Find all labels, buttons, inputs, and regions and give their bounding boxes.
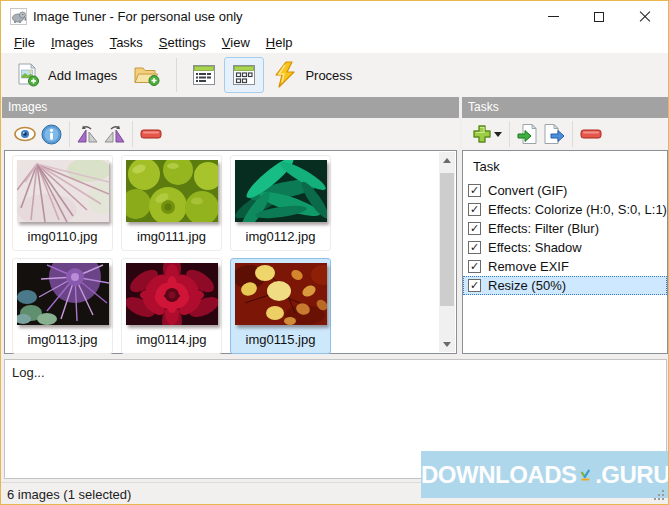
export-icon: [543, 123, 565, 145]
checkbox-checked[interactable]: ✓: [468, 222, 481, 235]
info-button[interactable]: [38, 122, 64, 146]
thumbnail-img0114[interactable]: img0114.jpg: [121, 258, 222, 354]
title-bar: Image Tuner - For personal use only: [1, 1, 668, 32]
task-row-remove-exif[interactable]: ✓ Remove EXIF: [463, 257, 667, 276]
close-icon: [639, 11, 651, 23]
window-title: Image Tuner - For personal use only: [33, 9, 243, 24]
eye-icon: [14, 126, 36, 142]
process-button[interactable]: Process: [264, 55, 360, 95]
task-row-shadow[interactable]: ✓ Effects: Shadow: [463, 238, 667, 257]
scroll-down-icon[interactable]: [439, 336, 455, 352]
resize-grip[interactable]: [653, 489, 665, 501]
thumbnail-label: img0110.jpg: [13, 229, 112, 244]
task-label: Remove EXIF: [488, 259, 569, 274]
add-images-button[interactable]: Add Images: [7, 56, 125, 94]
tasks-toolbar-separator: [509, 121, 510, 147]
remove-icon: [140, 129, 162, 139]
images-toolbar: [2, 118, 459, 150]
images-panel-title: Images: [8, 100, 47, 114]
downloads-guru-watermark: DOWNLOADS .GURU: [421, 451, 669, 498]
app-icon: [10, 8, 27, 25]
list-view-button[interactable]: [184, 57, 224, 93]
thumbnail-image: [17, 160, 109, 222]
add-folder-icon: [133, 62, 161, 88]
scroll-up-icon[interactable]: [439, 152, 455, 168]
thumbnail-img0115[interactable]: img0115.jpg: [230, 258, 331, 354]
import-icon: [517, 123, 539, 145]
task-label: Effects: Shadow: [488, 240, 582, 255]
images-panel-header: Images: [2, 97, 459, 118]
toolbar-separator: [176, 58, 177, 92]
task-label: Effects: Colorize (H:0, S:0, L:1): [488, 202, 667, 217]
main-toolbar: Add Images: [1, 53, 668, 97]
images-scrollbar[interactable]: [439, 152, 455, 352]
remove-task-button[interactable]: [578, 122, 604, 146]
minimize-icon: [548, 16, 559, 17]
images-toolbar-separator: [132, 121, 133, 147]
thumbnail-view-button[interactable]: [224, 57, 264, 93]
thumbnail-image: [17, 263, 109, 325]
checkbox-checked[interactable]: ✓: [468, 203, 481, 216]
download-arrow-icon: [579, 462, 592, 488]
add-images-label: Add Images: [48, 68, 117, 83]
preview-button[interactable]: [12, 122, 38, 146]
thumbnail-image: [126, 263, 218, 325]
rotate-left-button[interactable]: [75, 122, 101, 146]
checkbox-checked[interactable]: ✓: [468, 184, 481, 197]
thumbnail-img0111[interactable]: img0111.jpg: [121, 155, 222, 251]
export-tasks-button[interactable]: [541, 122, 567, 146]
checkbox-checked[interactable]: ✓: [468, 260, 481, 273]
checkbox-checked[interactable]: ✓: [468, 241, 481, 254]
menu-settings[interactable]: Settings: [151, 33, 214, 52]
checkbox-checked[interactable]: ✓: [468, 279, 481, 292]
close-button[interactable]: [622, 1, 668, 32]
add-folder-button[interactable]: [125, 56, 169, 94]
app-window: Image Tuner - For personal use only File…: [0, 0, 669, 505]
process-label: Process: [305, 68, 352, 83]
task-list: Task ✓ Convert (GIF) ✓ Effects: Colorize…: [462, 150, 668, 354]
images-toolbar-separator: [69, 121, 70, 147]
thumbnail-img0112[interactable]: img0112.jpg: [230, 155, 331, 251]
list-view-icon: [192, 63, 216, 87]
task-row-filter[interactable]: ✓ Effects: Filter (Blur): [463, 219, 667, 238]
thumbnail-label: img0112.jpg: [231, 229, 330, 244]
watermark-text-right: .GURU: [595, 461, 669, 489]
scrollbar-thumb[interactable]: [440, 173, 454, 306]
thumbnail-img0110[interactable]: img0110.jpg: [12, 155, 113, 251]
menu-bar: File Images Tasks Settings View Help: [1, 32, 668, 53]
remove-image-button[interactable]: [138, 122, 164, 146]
log-text: Log...: [12, 365, 45, 380]
thumbnail-label: img0111.jpg: [122, 229, 221, 244]
thumbnail-image: [235, 263, 327, 325]
tasks-panel-title: Tasks: [468, 100, 499, 114]
menu-help[interactable]: Help: [258, 33, 301, 52]
rotate-left-icon: [76, 124, 100, 144]
menu-file[interactable]: File: [6, 33, 43, 52]
menu-tasks[interactable]: Tasks: [102, 33, 151, 52]
thumbnail-image: [235, 160, 327, 222]
thumbnail-label: img0114.jpg: [122, 332, 221, 347]
chevron-down-icon: [494, 132, 502, 137]
tasks-toolbar: [462, 118, 668, 150]
minimize-button[interactable]: [530, 1, 576, 32]
import-tasks-button[interactable]: [515, 122, 541, 146]
menu-images[interactable]: Images: [43, 33, 102, 52]
task-row-resize[interactable]: ✓ Resize (50%): [463, 276, 667, 295]
maximize-button[interactable]: [576, 1, 622, 32]
info-icon: [41, 124, 62, 145]
rotate-right-button[interactable]: [101, 122, 127, 146]
lightning-icon: [272, 61, 298, 89]
thumbnail-label: img0115.jpg: [231, 332, 330, 347]
task-row-convert[interactable]: ✓ Convert (GIF): [463, 181, 667, 200]
task-row-colorize[interactable]: ✓ Effects: Colorize (H:0, S:0, L:1): [463, 200, 667, 219]
task-label: Convert (GIF): [488, 183, 567, 198]
thumbnail-label: img0113.jpg: [13, 332, 112, 347]
task-label: Effects: Filter (Blur): [488, 221, 599, 236]
plus-icon: [472, 124, 492, 144]
watermark-text-left: DOWNLOADS: [421, 461, 576, 489]
thumbnail-img0113[interactable]: img0113.jpg: [12, 258, 113, 354]
thumbnail-view-icon: [232, 63, 256, 87]
menu-view[interactable]: View: [214, 33, 258, 52]
tasks-toolbar-separator: [572, 121, 573, 147]
add-task-button[interactable]: [470, 122, 504, 146]
